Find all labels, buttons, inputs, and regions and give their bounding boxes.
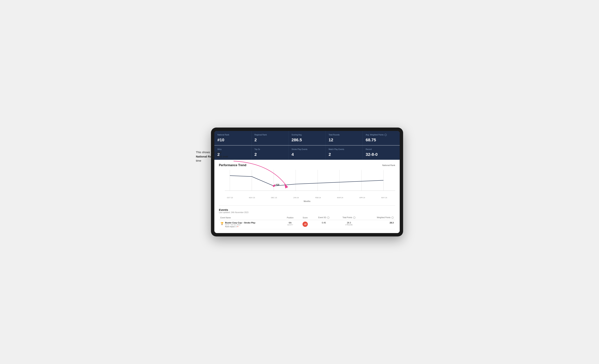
chart-x-axis-title: Months [219, 200, 395, 202]
table-row: 🏆 Buster Cozy Cup – Stroke Play Oct 9 - … [219, 220, 395, 229]
events-last-updated: Last updated: 24th November 2023 [219, 211, 395, 213]
events-title: Events [219, 208, 395, 211]
event-score-badge: -22 [302, 222, 308, 227]
stat-scoring-avg-label: Scoring Avg. [291, 133, 323, 136]
rank-impact-direction: ▼ [237, 226, 239, 228]
stat-match-play: Match Play Events 2 [326, 145, 363, 160]
stat-match-play-value: 2 [328, 152, 359, 157]
events-table-body: 🏆 Buster Cozy Cup – Stroke Play Oct 9 - … [219, 220, 395, 229]
stat-national-rank-value: #10 [217, 138, 248, 142]
events-section: Events Last updated: 24th November 2023 … [219, 205, 395, 229]
event-name-inner: 🏆 Buster Cozy Cup – Stroke Play Oct 9 - … [220, 222, 281, 228]
event-weighted-points-cell: 28.3 [362, 220, 395, 229]
stat-regional-rank: Regional Rank 2 [251, 131, 289, 145]
event-total-points-cell: 28.3 3 Rounds [336, 220, 362, 229]
stat-scoring-avg-value: 286.5 [291, 138, 323, 142]
stat-stroke-play-label: Stroke Play Events [291, 148, 323, 151]
performance-trend-header: Performance Trend National Rank [219, 164, 395, 167]
stat-avg-weighted-value: 68.75 [366, 138, 397, 142]
chart-svg: #10 [219, 170, 395, 195]
events-table-header-row: Event Name Position Score Event SG i Tot… [219, 215, 395, 220]
event-position: 6th [284, 222, 297, 224]
tablet: National Rank #10 Regional Rank 2 Scorin… [211, 128, 403, 236]
col-total-points: Total Points i [336, 215, 362, 220]
annotation-box: This shows you your National Rank trend … [196, 150, 234, 163]
stat-record-label: Record [366, 148, 397, 151]
chart-x-label-may24: MAY 24 [373, 197, 395, 199]
col-event-name: Event Name [219, 215, 282, 220]
stat-stroke-play: Stroke Play Events 4 [289, 145, 326, 160]
chart-area: #10 [219, 170, 395, 195]
chart-legend-label: National Rank [382, 164, 395, 166]
col-position: Position [282, 215, 298, 220]
event-position-sub: out of 7 [284, 224, 297, 226]
event-date: Oct 9 - Oct 10, 2023 [225, 224, 255, 226]
stat-match-play-label: Match Play Events [328, 148, 359, 151]
info-icon-weighted-points: i [391, 216, 394, 219]
chart-x-label-oct23: OCT 23 [219, 197, 241, 199]
annotation-text: This shows you your National Rank trend … [196, 151, 228, 162]
event-sg-cell: 0.45 [312, 220, 336, 229]
stat-top3s-label: Top 3s [255, 148, 285, 151]
chart-x-label-jan24: JAN 24 [285, 197, 307, 199]
stat-avg-weighted: Avg. Weighted Points i 68.75 [363, 131, 400, 145]
col-event-sg: Event SG i [312, 215, 336, 220]
stat-scoring-avg: Scoring Avg. 286.5 [289, 131, 326, 145]
stat-total-rounds-label: Total Rounds [328, 133, 359, 136]
stat-national-rank: National Rank #10 [214, 131, 251, 145]
event-position-cell: 6th out of 7 [282, 220, 298, 229]
col-score: Score [298, 215, 312, 220]
chart-x-label-nov23: NOV 23 [241, 197, 263, 199]
event-score-cell: -22 [298, 220, 312, 229]
chart-x-label-apr24: APR 24 [351, 197, 373, 199]
stat-regional-rank-label: Regional Rank [255, 133, 285, 136]
annotation-bold: National Rank [196, 155, 215, 158]
event-name: Buster Cozy Cup – Stroke Play [225, 222, 255, 224]
stat-total-rounds-value: 12 [328, 138, 359, 142]
stat-regional-rank-value: 2 [255, 138, 285, 142]
stat-top3s-value: 2 [255, 152, 285, 157]
stats-row-1: National Rank #10 Regional Rank 2 Scorin… [214, 131, 400, 145]
chart-x-label-mar24: MAR 24 [329, 197, 351, 199]
events-table: Event Name Position Score Event SG i Tot… [219, 215, 395, 229]
event-name-cell: 🏆 Buster Cozy Cup – Stroke Play Oct 9 - … [219, 220, 282, 229]
stat-national-rank-label: National Rank [217, 133, 248, 136]
content-area: Performance Trend National Rank [214, 160, 400, 233]
stat-record-value: 32-8-0 [366, 152, 397, 157]
chart-x-label-dec23: DEC 23 [263, 197, 285, 199]
svg-point-12 [274, 185, 275, 186]
event-total-points: 28.3 [337, 222, 361, 224]
stat-stroke-play-value: 4 [291, 152, 323, 157]
info-icon-avg-weighted: i [384, 134, 387, 136]
tablet-screen: National Rank #10 Regional Rank 2 Scorin… [214, 131, 400, 233]
stats-row-2: Wins 2 Top 3s 2 Stroke Play Events 4 Mat… [214, 145, 400, 160]
event-rank-impact: Rank Impact: 3 ▼ [225, 226, 255, 228]
stat-top3s: Top 3s 2 [251, 145, 289, 160]
event-total-points-sub: 3 Rounds [337, 224, 361, 226]
events-table-head: Event Name Position Score Event SG i Tot… [219, 215, 395, 220]
chart-x-label-feb24: FEB 24 [307, 197, 329, 199]
stat-record: Record 32-8-0 [363, 145, 400, 160]
col-weighted-points: Weighted Points i [362, 215, 395, 220]
svg-text:#10: #10 [276, 184, 279, 186]
info-icon-event-sg: i [327, 216, 329, 219]
event-details: Buster Cozy Cup – Stroke Play Oct 9 - Oc… [225, 222, 255, 228]
event-trophy-icon: 🏆 [220, 222, 224, 225]
performance-trend-title: Performance Trend [219, 164, 246, 167]
stat-avg-weighted-label: Avg. Weighted Points i [366, 133, 397, 136]
info-icon-total-points: i [353, 216, 355, 219]
stat-total-rounds: Total Rounds 12 [326, 131, 363, 145]
chart-x-labels: OCT 23 NOV 23 DEC 23 JAN 24 FEB 24 MAR 2… [219, 196, 395, 199]
event-weighted-points: 28.3 [390, 222, 394, 224]
scene: This shows you your National Rank trend … [196, 128, 403, 236]
